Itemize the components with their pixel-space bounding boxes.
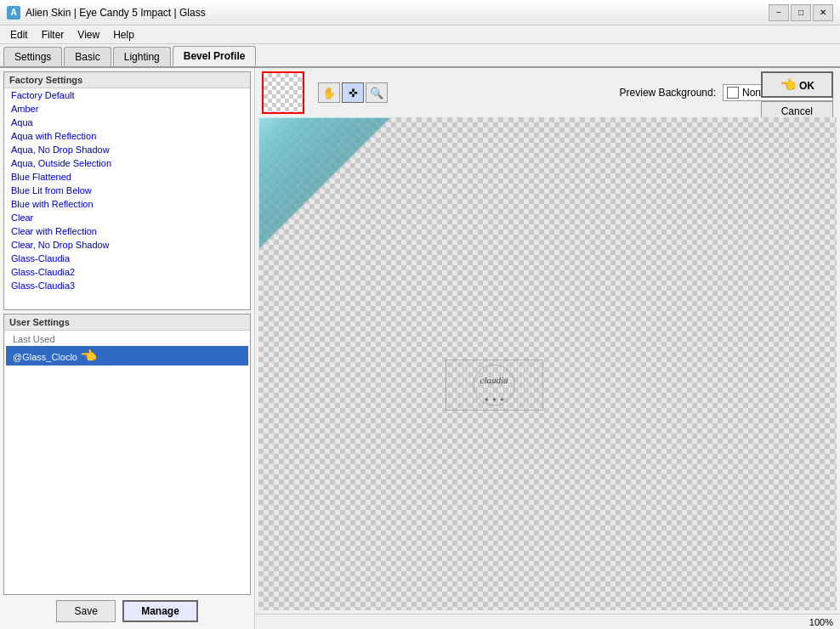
list-item-clear-with-reflection[interactable]: Clear with Reflection <box>4 224 250 238</box>
menu-help[interactable]: Help <box>106 27 141 42</box>
close-button[interactable]: ✕ <box>813 4 833 21</box>
user-settings-header: User Settings <box>4 314 250 331</box>
list-item-amber[interactable]: Amber <box>4 102 250 116</box>
tab-bevel-profile[interactable]: Bevel Profile <box>173 46 257 66</box>
menu-filter[interactable]: Filter <box>35 27 71 42</box>
app-icon: A <box>7 6 20 20</box>
user-settings-list[interactable]: Last Used @Glass_Cloclo 👈 <box>4 331 250 594</box>
right-panel: 👈 OK Cancel ✋ ✜ 🔍 Preview Background: No… <box>255 68 840 629</box>
list-item-blue-flattened[interactable]: Blue Flattened <box>4 170 250 184</box>
minimize-button[interactable]: − <box>769 4 789 21</box>
main-content: Factory Settings Factory Default Amber A… <box>0 68 840 629</box>
save-button[interactable]: Save <box>56 600 116 622</box>
bottom-buttons: Save Manage <box>3 595 251 626</box>
svg-text:claudia: claudia <box>480 375 508 385</box>
tab-settings[interactable]: Settings <box>3 47 62 66</box>
tab-basic[interactable]: Basic <box>64 47 111 66</box>
move-tool-button[interactable]: ✜ <box>342 82 364 103</box>
status-bar: 100% <box>255 614 840 629</box>
title-bar-text: Alien Skin | Eye Candy 5 Impact | Glass <box>26 7 769 19</box>
left-panel: Factory Settings Factory Default Amber A… <box>0 68 255 629</box>
list-item-clear[interactable]: Clear <box>4 211 250 224</box>
svg-text:✦ ✦ ✦: ✦ ✦ ✦ <box>484 396 505 404</box>
list-item-factory-default[interactable]: Factory Default <box>4 88 250 102</box>
title-bar: A Alien Skin | Eye Candy 5 Impact | Glas… <box>0 0 840 26</box>
manage-button[interactable]: Manage <box>122 600 198 622</box>
menu-edit[interactable]: Edit <box>3 27 35 42</box>
zoom-tool-button[interactable]: 🔍 <box>366 82 388 103</box>
ok-cancel-group: 👈 OK Cancel <box>761 71 833 122</box>
preview-toolbar: ✋ ✜ 🔍 Preview Background: None ▼ <box>255 68 840 117</box>
title-bar-controls: − □ ✕ <box>769 4 833 21</box>
menu-view[interactable]: View <box>71 27 106 42</box>
factory-settings-section: Factory Settings Factory Default Amber A… <box>3 71 251 310</box>
list-item-glass-claudia[interactable]: Glass-Claudia <box>4 252 250 265</box>
list-item-glass-claudia3[interactable]: Glass-Claudia3 <box>4 279 250 292</box>
list-item-aqua[interactable]: Aqua <box>4 116 250 129</box>
preview-canvas[interactable]: claudia ✦ ✦ ✦ <box>258 117 837 610</box>
tab-lighting[interactable]: Lighting <box>113 47 171 66</box>
list-item-aqua-no-drop-shadow[interactable]: Aqua, No Drop Shadow <box>4 143 250 156</box>
hand-pointer-icon: 👈 <box>80 348 97 364</box>
preview-color-swatch <box>727 87 739 99</box>
factory-settings-list[interactable]: Factory Default Amber Aqua Aqua with Ref… <box>4 88 250 309</box>
tabs-bar: Settings Basic Lighting Bevel Profile <box>0 44 840 68</box>
user-settings-section: User Settings Last Used @Glass_Cloclo 👈 <box>3 314 251 595</box>
ok-button[interactable]: 👈 OK <box>761 71 833 98</box>
menu-bar: Edit Filter View Help <box>0 26 840 44</box>
toolbar-icons: ✋ ✜ 🔍 <box>318 82 388 103</box>
maximize-button[interactable]: □ <box>791 4 811 21</box>
list-item-blue-lit-from-below[interactable]: Blue Lit from Below <box>4 184 250 197</box>
factory-settings-header: Factory Settings <box>4 72 250 88</box>
claudia-stamp-svg: claudia ✦ ✦ ✦ <box>446 360 543 411</box>
list-item-aqua-with-reflection[interactable]: Aqua with Reflection <box>4 129 250 143</box>
claudia-watermark: claudia ✦ ✦ ✦ <box>446 360 543 411</box>
last-used-label: Last Used <box>6 332 248 346</box>
list-item-aqua-outside-selection[interactable]: Aqua, Outside Selection <box>4 156 250 170</box>
list-item-blue-with-reflection[interactable]: Blue with Reflection <box>4 197 250 211</box>
preview-background-label: Preview Background: <box>620 87 716 99</box>
zoom-level: 100% <box>809 617 833 627</box>
preview-thumbnail <box>262 71 304 114</box>
list-item-glass-cloclo[interactable]: @Glass_Cloclo 👈 <box>6 346 248 366</box>
list-item-glass-claudia2[interactable]: Glass-Claudia2 <box>4 265 250 279</box>
ok-hand-icon: 👈 <box>780 76 797 93</box>
preview-glass-area <box>258 117 390 249</box>
hand-tool-button[interactable]: ✋ <box>318 82 340 103</box>
list-item-clear-no-drop-shadow[interactable]: Clear, No Drop Shadow <box>4 238 250 252</box>
glass-effect-svg <box>258 117 390 249</box>
